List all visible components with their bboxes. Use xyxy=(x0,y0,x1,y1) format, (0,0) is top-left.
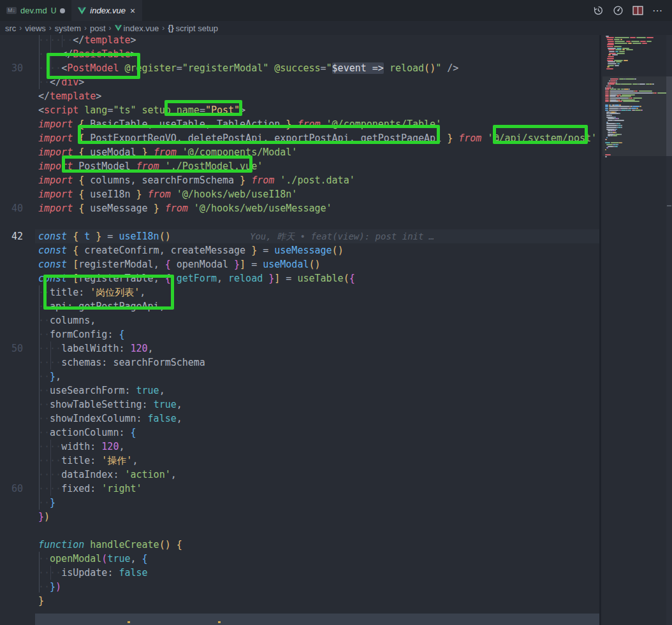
code-line: ······</template> xyxy=(38,35,136,47)
gutter-line-number: 40 xyxy=(0,201,23,215)
minimap-line xyxy=(630,37,636,38)
chevron-right-icon: › xyxy=(19,24,22,32)
minimap-line xyxy=(622,49,625,50)
code-line: import { columns, searchFormSchema } fro… xyxy=(38,173,355,187)
minimap-line xyxy=(617,53,625,54)
tab-dirty-dot-icon[interactable] xyxy=(60,8,65,13)
tab-indexvue[interactable]: index.vue × xyxy=(71,0,142,21)
code-line: const { createConfirm, createMessage } =… xyxy=(38,243,344,257)
minimap-line xyxy=(615,37,629,38)
more-actions-icon[interactable]: ⋯ xyxy=(652,4,663,17)
partial-line-bar xyxy=(35,614,599,625)
minimap-divider xyxy=(599,35,601,625)
code-line: const { t } = useI18n()You, 昨天 • feat(vi… xyxy=(38,229,171,243)
scrollbar[interactable] xyxy=(666,35,672,625)
overview-ruler-tick xyxy=(667,205,671,206)
timeline-icon[interactable] xyxy=(613,5,624,16)
code-line: ····isUpdate: false xyxy=(38,566,148,580)
minimap-line xyxy=(607,60,613,61)
code-line: ··}) xyxy=(38,580,61,594)
breadcrumb-item-script-setup[interactable]: {}script setup xyxy=(168,24,218,33)
chevron-right-icon: › xyxy=(84,24,87,32)
chevron-right-icon: › xyxy=(162,24,164,32)
tab-devmd[interactable]: M↓ dev.md U xyxy=(0,0,71,21)
minimap-line xyxy=(628,43,632,44)
breadcrumb-item-system[interactable]: system xyxy=(55,24,81,33)
minimap-line xyxy=(632,43,641,44)
breadcrumb-item-index.vue[interactable]: index.vue xyxy=(115,24,159,33)
code-line: }) xyxy=(38,510,50,524)
code-line: import { useI18n } from '@/hooks/web/use… xyxy=(38,187,297,201)
minimap-line xyxy=(615,65,619,66)
minimap-line xyxy=(622,48,629,49)
minimap-line xyxy=(631,41,639,42)
minimap-line xyxy=(615,43,627,44)
code-line: ··useSearchForm: true, xyxy=(38,384,165,398)
minimap-line xyxy=(606,37,614,38)
minimap-slider[interactable] xyxy=(603,76,666,156)
gutter-line-number: 50 xyxy=(0,341,23,356)
minimap-line xyxy=(640,41,646,42)
breadcrumb: src›views›system›post›index.vue›{}script… xyxy=(0,21,672,35)
code-line: const [registerModal, { openModal }] = u… xyxy=(38,257,321,271)
gutter-line-number: 60 xyxy=(0,482,23,496)
history-icon[interactable] xyxy=(593,5,604,16)
minimap[interactable] xyxy=(603,35,666,625)
minimap-line xyxy=(624,60,627,61)
breadcrumb-item-src[interactable]: src xyxy=(5,24,16,33)
chevron-right-icon: › xyxy=(109,24,112,32)
code-line: ····width: 120, xyxy=(38,440,124,454)
minimap-line xyxy=(608,65,613,66)
annotation-box xyxy=(493,125,588,144)
clipped-glyph xyxy=(128,621,130,623)
gutter-line-number: 30 xyxy=(0,61,23,75)
minimap-line xyxy=(609,51,614,52)
editor-actions: ⋯ xyxy=(593,0,672,21)
minimap-line xyxy=(612,54,618,55)
minimap-line xyxy=(642,43,647,44)
editor[interactable]: ········<TableAction :actions="tableActi… xyxy=(0,35,600,625)
code-line: ··} xyxy=(38,496,55,510)
scrollbar-thumb[interactable] xyxy=(666,76,672,156)
code-line: ··formConfig: { xyxy=(38,327,124,341)
minimap-line xyxy=(608,43,613,44)
minimap-line xyxy=(608,56,613,57)
breadcrumb-item-views[interactable]: views xyxy=(25,24,46,33)
tab-devmd-label: dev.md xyxy=(20,6,47,15)
close-icon[interactable]: × xyxy=(129,6,136,16)
minimap-line xyxy=(617,63,620,64)
minimap-line xyxy=(607,44,614,45)
annotation-box xyxy=(62,155,252,173)
minimap-line xyxy=(646,41,652,42)
breadcrumb-label: system xyxy=(55,24,81,33)
minimap-line xyxy=(607,66,610,68)
minimap-line xyxy=(608,54,611,55)
code-line: ····schemas: searchFormSchema xyxy=(38,356,205,370)
breadcrumb-item-post[interactable]: post xyxy=(90,24,106,33)
code-line: ····dataIndex: 'action', xyxy=(38,468,177,482)
breadcrumb-label: script setup xyxy=(176,24,218,33)
minimap-line xyxy=(617,48,622,49)
minimap-line xyxy=(619,51,625,52)
split-editor-icon[interactable] xyxy=(632,6,643,15)
code-line: ··columns, xyxy=(38,313,96,327)
minimap-line xyxy=(626,41,631,42)
minimap-line xyxy=(608,61,615,62)
annotation-box xyxy=(47,53,140,79)
clipped-glyph xyxy=(218,621,221,623)
code-line: ····title: '操作', xyxy=(38,454,138,468)
breadcrumb-label: post xyxy=(90,24,106,33)
minimap-line xyxy=(636,37,646,38)
code-line: ··showIndexColumn: false, xyxy=(38,412,182,426)
minimap-line xyxy=(615,51,618,52)
code-line: ··}, xyxy=(38,370,61,384)
markdown-file-icon: M↓ xyxy=(6,7,17,14)
minimap-line xyxy=(606,36,609,37)
annotation-box xyxy=(78,125,440,144)
breadcrumb-label: index.vue xyxy=(124,24,159,33)
minimap-line xyxy=(614,39,620,40)
code-line: ··showTableSetting: true, xyxy=(38,398,182,412)
minimap-line xyxy=(609,53,616,54)
minimap-line xyxy=(608,41,613,42)
code-line: ··openModal(true, { xyxy=(38,552,148,566)
